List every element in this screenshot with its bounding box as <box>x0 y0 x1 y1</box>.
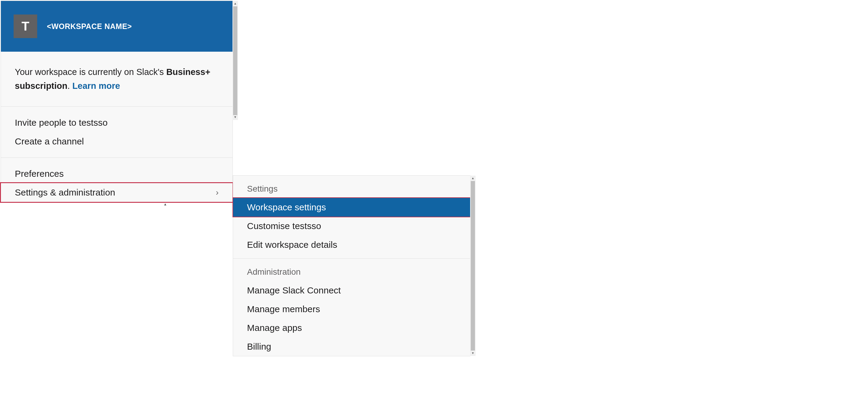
menu-item-settings-administration[interactable]: Settings & administration › <box>0 182 234 203</box>
menu-header: T <WORKSPACE NAME> <box>1 1 232 52</box>
submenu-item-label: Manage members <box>247 304 320 314</box>
menu-section-1: Invite people to testsso Create a channe… <box>1 107 232 158</box>
notice-prefix: Your workspace is currently on Slack's <box>15 67 166 77</box>
menu-item-label: Preferences <box>15 169 64 179</box>
scroll-up-icon[interactable]: ▴ <box>470 175 475 181</box>
scroll-down-icon[interactable]: ▾ <box>232 114 238 120</box>
menu-item-label: Create a channel <box>15 136 84 146</box>
menu-item-label: Settings & administration <box>15 187 115 198</box>
submenu-item-manage-slack-connect[interactable]: Manage Slack Connect <box>233 281 470 300</box>
submenu-item-label: Manage Slack Connect <box>247 285 341 295</box>
scroll-down-icon[interactable]: ▾ <box>470 351 475 356</box>
submenu-item-label: Manage apps <box>247 323 302 333</box>
workspace-menu: T <WORKSPACE NAME> Your workspace is cur… <box>1 1 233 202</box>
submenu-item-edit-workspace-details[interactable]: Edit workspace details <box>233 235 470 254</box>
submenu-item-customise[interactable]: Customise testsso <box>233 217 470 235</box>
submenu-item-label: Edit workspace details <box>247 240 337 250</box>
white-overlay <box>1 233 164 302</box>
scrollbar-thumb[interactable] <box>471 181 475 351</box>
menu-item-preferences[interactable]: Preferences <box>1 164 232 183</box>
submenu-item-label: Billing <box>247 341 271 352</box>
submenu-header-settings: Settings <box>233 175 470 198</box>
chevron-right-icon: › <box>216 188 219 197</box>
bottom-arrow-icon: ▴ <box>164 202 166 206</box>
workspace-initial: T <box>22 19 29 34</box>
submenu-item-manage-members[interactable]: Manage members <box>233 300 470 319</box>
submenu-item-label: Customise testsso <box>247 221 321 231</box>
learn-more-link[interactable]: Learn more <box>72 81 120 91</box>
submenu-item-manage-apps[interactable]: Manage apps <box>233 319 470 337</box>
menu-section-2: Preferences Settings & administration › <box>1 158 232 203</box>
workspace-avatar: T <box>13 14 37 38</box>
notice-period: . <box>67 81 72 91</box>
scrollbar-thumb[interactable] <box>233 6 237 115</box>
workspace-name-label: <WORKSPACE NAME> <box>47 22 132 31</box>
settings-submenu: Settings Workspace settings Customise te… <box>233 175 470 356</box>
submenu-item-workspace-settings[interactable]: Workspace settings <box>232 197 471 217</box>
menu-item-invite-people[interactable]: Invite people to testsso <box>1 113 232 132</box>
scroll-up-icon[interactable]: ▴ <box>232 1 238 6</box>
menu-scrollbar[interactable]: ▴ ▾ <box>232 1 238 120</box>
menu-item-create-channel[interactable]: Create a channel <box>1 132 232 151</box>
submenu-item-label: Workspace settings <box>247 202 326 212</box>
menu-item-label: Invite people to testsso <box>15 118 107 128</box>
submenu-item-billing[interactable]: Billing <box>233 337 470 356</box>
submenu-scrollbar[interactable]: ▴ ▾ <box>470 175 475 356</box>
subscription-notice: Your workspace is currently on Slack's B… <box>1 52 232 107</box>
submenu-header-administration: Administration <box>233 259 470 281</box>
